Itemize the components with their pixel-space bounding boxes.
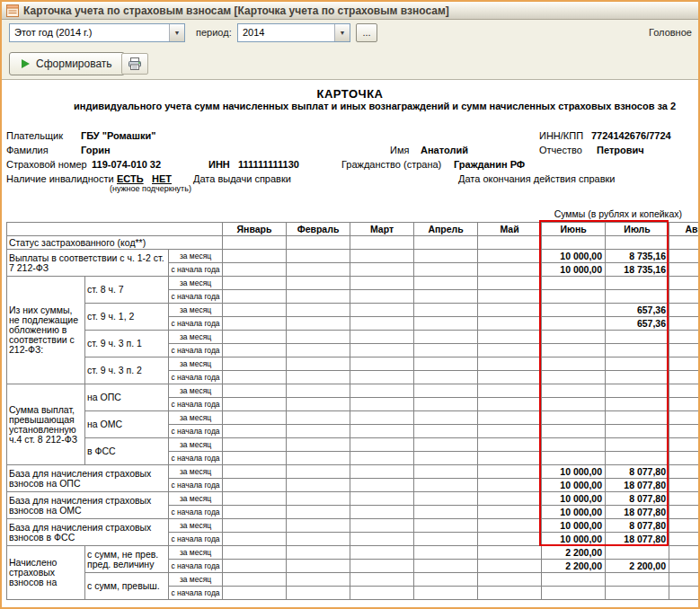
value-cell xyxy=(350,492,414,506)
value-cell xyxy=(478,290,542,304)
value-cell xyxy=(669,533,698,546)
sub-label-cell: ст. 9 ч. 3 п. 2 xyxy=(85,357,169,384)
titlebar[interactable]: Карточка учета по страховым взносам [Кар… xyxy=(2,2,698,20)
chevron-down-icon[interactable]: ▼ xyxy=(334,24,350,41)
value-cell xyxy=(350,452,414,465)
sub-label-cell: ст. 9 ч. 3 п. 1 xyxy=(85,331,169,357)
month-header-cell: Июль xyxy=(606,223,669,236)
more-button[interactable]: ... xyxy=(356,23,377,42)
value-cell xyxy=(669,331,698,344)
value-cell xyxy=(542,425,606,438)
value-cell xyxy=(350,331,414,344)
value-cell xyxy=(287,344,350,357)
disability-no: НЕТ xyxy=(152,173,172,184)
value-cell xyxy=(350,411,414,425)
value-cell xyxy=(606,236,669,250)
value-cell xyxy=(542,438,606,452)
period-year-value: 2014 xyxy=(238,24,334,41)
value-cell xyxy=(350,250,414,263)
snils-value: 119-074-010 32 xyxy=(92,159,161,170)
value-cell xyxy=(287,317,350,331)
value-cell xyxy=(478,546,542,560)
firstname-label: Имя xyxy=(390,145,409,155)
value-cell xyxy=(223,546,287,560)
value-cell xyxy=(669,519,698,533)
value-cell xyxy=(478,331,542,344)
value-cell xyxy=(606,452,669,465)
value-cell xyxy=(223,465,287,479)
value-cell xyxy=(478,492,542,506)
middlename-value: Петрович xyxy=(597,145,644,155)
value-cell xyxy=(478,452,542,465)
sub-label-cell: с сумм, превыш. xyxy=(85,573,169,600)
value-cell: 10 000,00 xyxy=(542,465,606,479)
period-cell: за месяц xyxy=(169,384,223,398)
row-label-cell: База для начисления страховых взносов на… xyxy=(7,492,169,519)
firstname-value: Анатолий xyxy=(421,145,468,155)
value-cell: 18 077,80 xyxy=(606,533,669,546)
disability-label: Наличие инвалидности xyxy=(6,173,114,184)
value-cell xyxy=(606,587,669,600)
value-cell xyxy=(223,479,287,492)
value-cell xyxy=(287,479,350,492)
value-cell xyxy=(223,438,287,452)
value-cell: 8 077,80 xyxy=(606,465,669,479)
period-cell: за месяц xyxy=(169,250,223,263)
value-cell xyxy=(542,398,606,411)
innkpp-value: 7724142676/7724 xyxy=(591,130,671,141)
chevron-down-icon[interactable]: ▼ xyxy=(169,24,184,41)
value-cell xyxy=(478,411,542,425)
value-cell xyxy=(414,331,478,344)
value-cell xyxy=(350,519,414,533)
value-cell xyxy=(669,398,698,411)
value-cell xyxy=(669,479,698,492)
sub-label-cell: в ФСС xyxy=(85,438,169,465)
value-cell xyxy=(287,452,350,465)
report-document: КАРТОЧКА индивидуального учета сумм начи… xyxy=(2,79,698,607)
value-cell: 10 000,00 xyxy=(542,533,606,546)
value-cell xyxy=(669,250,698,263)
period-cell: за месяц xyxy=(169,331,223,344)
value-cell xyxy=(542,357,606,371)
generate-button[interactable]: Сформировать xyxy=(9,52,125,75)
value-cell xyxy=(478,317,542,331)
value-cell xyxy=(414,371,478,384)
month-header-cell: Январь xyxy=(223,223,287,236)
value-cell: 657,36 xyxy=(606,304,669,317)
institution-text: Головное xyxy=(649,27,692,38)
value-cell xyxy=(606,331,669,344)
table-row: на ОМСза месяц xyxy=(7,411,699,425)
value-cell xyxy=(669,290,698,304)
value-cell xyxy=(223,384,287,398)
disability-yes: ЕСТЬ xyxy=(117,173,144,184)
value-cell xyxy=(287,587,350,600)
period-preset-combobox[interactable]: Этот год (2014 г.) ▼ xyxy=(9,23,185,42)
value-cell xyxy=(478,398,542,411)
value-cell xyxy=(542,384,606,398)
value-cell xyxy=(606,371,669,384)
period-label: период: xyxy=(196,27,232,38)
value-cell xyxy=(223,290,287,304)
value-cell xyxy=(414,560,478,573)
corner-cell xyxy=(7,223,223,236)
underline-note: (нужное подчеркнуть) xyxy=(110,184,191,193)
value-cell xyxy=(414,587,478,600)
value-cell xyxy=(223,250,287,263)
value-cell xyxy=(669,263,698,277)
value-cell xyxy=(478,425,542,438)
period-year-combobox[interactable]: 2014 ▼ xyxy=(237,23,350,42)
value-cell xyxy=(223,236,287,250)
value-cell xyxy=(542,344,606,357)
value-cell xyxy=(669,277,698,290)
period-cell: за месяц xyxy=(169,465,223,479)
period-cell: с начала года xyxy=(169,479,223,492)
value-cell xyxy=(478,384,542,398)
sub-label-cell: на ОПС xyxy=(85,384,169,411)
value-cell xyxy=(414,290,478,304)
value-cell xyxy=(350,236,414,250)
value-cell xyxy=(223,452,287,465)
print-button[interactable] xyxy=(121,53,148,75)
value-cell xyxy=(287,263,350,277)
value-cell xyxy=(223,533,287,546)
value-cell xyxy=(669,506,698,519)
